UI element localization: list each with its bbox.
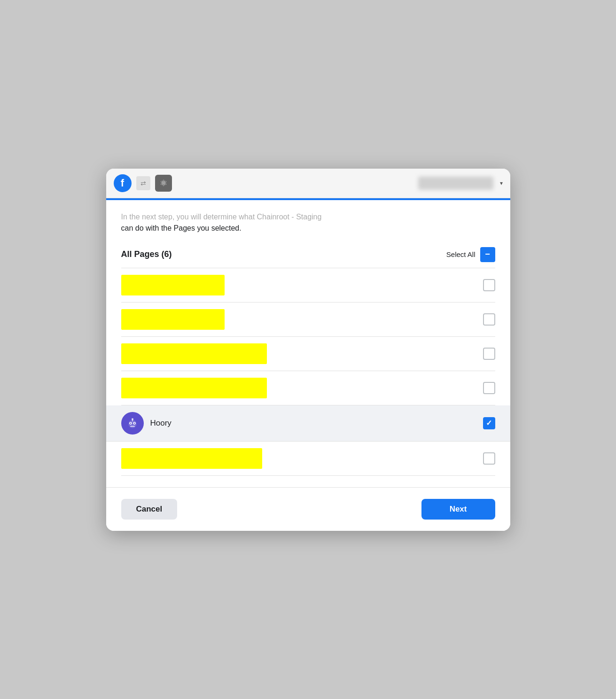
page-row[interactable]	[121, 303, 495, 337]
svg-rect-8	[130, 426, 135, 427]
svg-point-4	[130, 422, 131, 423]
page-thumbnail	[121, 309, 225, 330]
page-left	[121, 378, 267, 398]
page-left	[121, 309, 225, 330]
subtitle-full: can do with the Pages you selected.	[121, 224, 242, 232]
select-all-text: Select All	[446, 250, 476, 258]
footer: Cancel Next	[106, 487, 510, 531]
svg-point-5	[133, 422, 134, 423]
hoory-page-name: Hoory	[150, 419, 172, 428]
pages-list: Hoory	[121, 268, 495, 476]
dropdown-arrow-icon[interactable]: ▾	[500, 180, 503, 186]
page-row[interactable]	[121, 337, 495, 371]
page-thumbnail	[121, 275, 225, 295]
atom-icon[interactable]: ⚛	[155, 175, 172, 192]
page-row[interactable]	[121, 442, 495, 476]
hoory-avatar	[121, 412, 144, 435]
page-checkbox[interactable]	[483, 348, 495, 360]
page-checkbox[interactable]	[483, 279, 495, 291]
select-all-button[interactable]: −	[480, 247, 495, 262]
cancel-button[interactable]: Cancel	[121, 499, 178, 520]
subtitle-partial: In the next step, you will determine wha…	[121, 213, 322, 221]
browser-bar: f ⇄ ⚛ ▾	[106, 169, 510, 198]
section-header: All Pages (6) Select All −	[121, 247, 495, 262]
all-pages-label: All Pages (6)	[121, 249, 172, 259]
page-thumbnail	[121, 378, 267, 398]
page-left	[121, 275, 225, 295]
hoory-checkbox[interactable]	[483, 417, 495, 429]
page-left	[121, 448, 262, 469]
page-row-hoory[interactable]: Hoory	[106, 405, 510, 442]
page-thumbnail	[121, 448, 262, 469]
page-row[interactable]	[121, 268, 495, 303]
reload-icon[interactable]: ⇄	[136, 176, 150, 190]
page-checkbox[interactable]	[483, 452, 495, 465]
user-info-blurred	[418, 177, 493, 190]
page-checkbox[interactable]	[483, 382, 495, 394]
select-all-area[interactable]: Select All −	[446, 247, 495, 262]
page-thumbnail	[121, 343, 267, 364]
page-row[interactable]	[121, 371, 495, 405]
subtitle-text: In the next step, you will determine wha…	[121, 211, 495, 234]
next-button[interactable]: Next	[421, 499, 495, 520]
page-checkbox[interactable]	[483, 313, 495, 326]
page-left	[121, 343, 267, 364]
content-area: In the next step, you will determine wha…	[106, 200, 510, 476]
page-left: Hoory	[121, 412, 172, 435]
facebook-icon: f	[114, 174, 132, 192]
hoory-avatar-image	[125, 416, 140, 431]
svg-rect-7	[132, 419, 133, 421]
main-window: f ⇄ ⚛ ▾ In the next step, you will deter…	[106, 169, 510, 531]
